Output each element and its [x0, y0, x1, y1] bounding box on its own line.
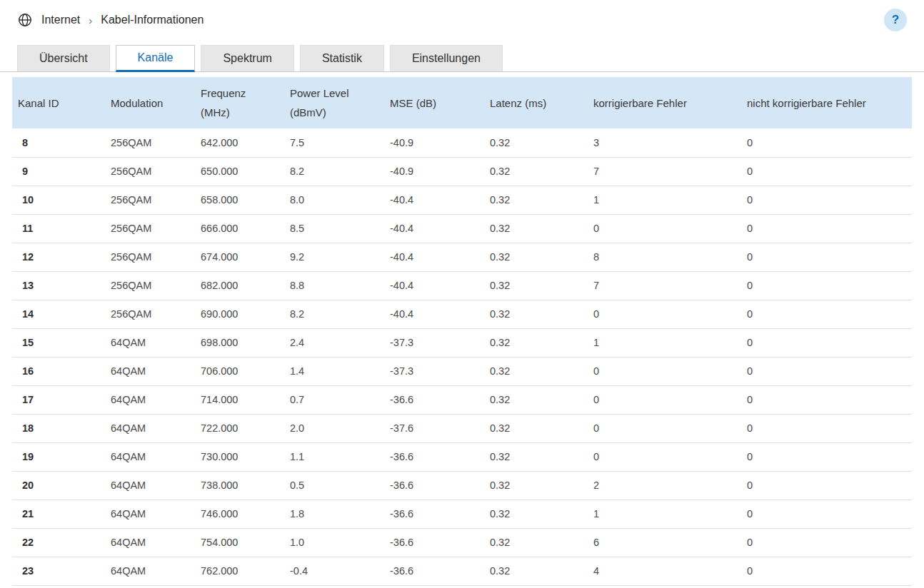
table-cell: -36.6	[384, 500, 484, 528]
table-cell: 0.32	[484, 300, 588, 328]
table-cell: 2.0	[284, 414, 384, 442]
table-cell: 1.4	[284, 357, 384, 385]
table-cell: 7.5	[284, 128, 384, 157]
table-header-row: Kanal ID Modulation Frequenz (MHz) Power…	[12, 77, 912, 128]
table-cell: 0	[741, 471, 912, 500]
table-cell: 0.7	[284, 385, 384, 414]
table-cell: 0	[588, 214, 741, 243]
table-cell: 17	[12, 385, 105, 414]
table-cell: 64QAM	[105, 328, 195, 357]
table-cell: 1.8	[284, 500, 384, 528]
table-cell: 666.000	[195, 214, 284, 243]
table-cell: -40.4	[384, 300, 484, 328]
breadcrumb: Internet › Kabel-Informationen	[17, 12, 204, 28]
table-cell: 8.5	[284, 214, 384, 243]
tab-spektrum[interactable]: Spektrum	[201, 45, 293, 71]
table-cell: 0.32	[484, 471, 588, 500]
table-cell: 0	[741, 557, 912, 585]
table-cell: 0	[741, 385, 912, 414]
table-cell: 256QAM	[105, 271, 195, 300]
table-cell: -40.9	[384, 128, 484, 157]
table-cell: 0.32	[484, 357, 588, 385]
table-row: 2064QAM738.0000.5-36.60.3220	[12, 471, 912, 500]
table-cell: 0	[588, 414, 741, 442]
table-cell: 0	[741, 271, 912, 300]
table-cell: 8	[588, 243, 741, 271]
table-cell: 9.2	[284, 243, 384, 271]
table-cell: -36.6	[384, 385, 484, 414]
table-cell: 0	[741, 157, 912, 186]
breadcrumb-current-page: Kabel-Informationen	[101, 14, 204, 26]
help-button[interactable]: ?	[884, 9, 907, 31]
table-cell: 1.0	[284, 528, 384, 557]
table-cell: 1	[588, 328, 741, 357]
tab-kanaele[interactable]: Kanäle	[116, 45, 196, 72]
table-cell: 0	[588, 385, 741, 414]
table-cell: 256QAM	[105, 157, 195, 186]
table-cell: -36.6	[384, 442, 484, 471]
table-cell: 8.2	[284, 157, 384, 186]
table-cell: 256QAM	[105, 214, 195, 243]
table-cell: 18	[12, 414, 105, 442]
table-cell: -40.4	[384, 214, 484, 243]
tab-statistik[interactable]: Statistik	[300, 45, 384, 71]
table-cell: 0.32	[484, 414, 588, 442]
table-cell: 0.5	[284, 471, 384, 500]
table-cell: 0	[741, 328, 912, 357]
table-cell: 8	[12, 128, 105, 157]
table-cell: 754.000	[195, 528, 284, 557]
table-cell: 0	[588, 357, 741, 385]
table-cell: 0	[741, 500, 912, 528]
table-cell: 0.32	[484, 271, 588, 300]
table-cell: 0	[741, 243, 912, 271]
table-row: 2264QAM754.0001.0-36.60.3260	[12, 528, 912, 557]
table-row: 1664QAM706.0001.4-37.30.3200	[12, 357, 912, 385]
breadcrumb-link-internet[interactable]: Internet	[41, 14, 80, 26]
table-cell: -40.4	[384, 271, 484, 300]
table-cell: 64QAM	[105, 471, 195, 500]
table-header: Kanal ID Modulation Frequenz (MHz) Power…	[12, 77, 912, 128]
table-cell: -36.6	[384, 471, 484, 500]
table-cell: 0.32	[484, 442, 588, 471]
table-cell: 690.000	[195, 300, 284, 328]
table-cell: -40.4	[384, 243, 484, 271]
table-row: 9256QAM650.0008.2-40.90.3270	[12, 157, 912, 186]
table-cell: 0.32	[484, 385, 588, 414]
table-cell: 16	[12, 357, 105, 385]
table-row: 8256QAM642.0007.5-40.90.3230	[12, 128, 912, 157]
table-cell: 64QAM	[105, 414, 195, 442]
column-header-mse: MSE (dB)	[384, 77, 484, 128]
table-cell: 7	[588, 271, 741, 300]
table-cell: 64QAM	[105, 500, 195, 528]
table-cell: 674.000	[195, 243, 284, 271]
table-cell: 762.000	[195, 557, 284, 585]
table-cell: 738.000	[195, 471, 284, 500]
column-header-korrigierbare-fehler: korrigierbare Fehler	[588, 77, 741, 128]
table-cell: 256QAM	[105, 300, 195, 328]
table-cell: 746.000	[195, 500, 284, 528]
breadcrumb-separator-icon: ›	[89, 14, 92, 26]
table-cell: 4	[588, 557, 741, 585]
tab-einstellungen[interactable]: Einstellungen	[390, 45, 503, 71]
table-cell: 706.000	[195, 357, 284, 385]
table-cell: 21	[12, 500, 105, 528]
table-cell: -0.4	[284, 557, 384, 585]
table-cell: 2.4	[284, 328, 384, 357]
table-cell: -37.3	[384, 357, 484, 385]
table-cell: 0	[588, 442, 741, 471]
table-cell: 8.8	[284, 271, 384, 300]
globe-icon	[17, 12, 33, 28]
table-row: 10256QAM658.0008.0-40.40.3210	[12, 186, 912, 214]
channel-table: Kanal ID Modulation Frequenz (MHz) Power…	[12, 77, 912, 586]
table-cell: 20	[12, 471, 105, 500]
table-cell: 730.000	[195, 442, 284, 471]
tab-uebersicht[interactable]: Übersicht	[17, 45, 110, 71]
table-cell: 0.32	[484, 500, 588, 528]
table-cell: 2	[588, 471, 741, 500]
table-cell: 8.0	[284, 186, 384, 214]
column-header-kanal-id: Kanal ID	[12, 77, 105, 128]
table-cell: -37.6	[384, 414, 484, 442]
table-cell: 658.000	[195, 186, 284, 214]
table-cell: 6	[588, 528, 741, 557]
table-cell: 9	[12, 157, 105, 186]
